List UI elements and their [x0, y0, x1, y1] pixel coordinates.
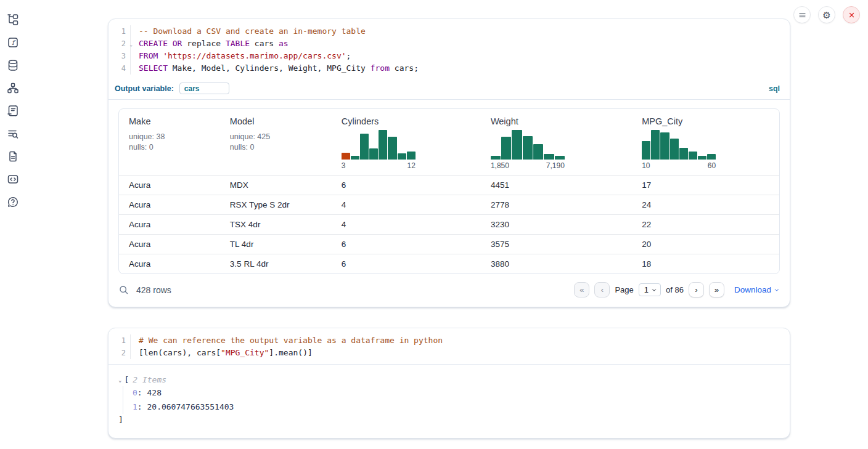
histogram-bar [651, 130, 660, 160]
first-page-button[interactable]: « [574, 282, 589, 297]
column-header-model[interactable]: Modelunique: 425nulls: 0 [220, 109, 332, 175]
column-label[interactable]: MPG_City [642, 116, 769, 126]
sql-code-line[interactable]: 1-- Download a CSV and create an in-memo… [108, 25, 790, 38]
table-cell: 2778 [481, 195, 632, 214]
fold-icon[interactable]: ⌄ [129, 39, 133, 51]
histogram-bar [698, 156, 706, 160]
tree-item: 1: 20.060747663551403 [133, 400, 780, 415]
table-cell: TSX 4dr [220, 215, 332, 234]
list-search-icon[interactable] [6, 127, 20, 140]
table-cell: 4 [332, 195, 481, 214]
column-header-weight[interactable]: Weight1,8507,190 [481, 109, 632, 175]
tree-open-bracket: [ [124, 374, 129, 386]
code-text[interactable]: -- Download a CSV and create an in-memor… [131, 25, 366, 38]
table-row[interactable]: AcuraMDX6445117 [119, 175, 779, 195]
histogram-bar [533, 144, 543, 160]
next-page-button[interactable]: › [689, 282, 704, 297]
output-variable-input[interactable] [179, 83, 229, 94]
column-header-make[interactable]: Makeunique: 38nulls: 0 [119, 109, 220, 175]
output-variable-row: Output variable: sql [108, 79, 790, 100]
histogram-bar [512, 130, 522, 160]
help-icon[interactable] [6, 195, 20, 209]
histogram-bar [398, 153, 406, 160]
sql-code-line[interactable]: 2⌄CREATE OR replace TABLE cars as [108, 38, 790, 50]
svg-text:f: f [12, 39, 16, 46]
histogram-bar [689, 152, 697, 160]
sql-code-line[interactable]: 3FROM 'https://datasets.marimo.app/cars.… [108, 50, 790, 62]
data-table: Makeunique: 38nulls: 0Modelunique: 425nu… [118, 108, 780, 274]
histogram-bar [491, 156, 501, 160]
page-select[interactable]: 1 [639, 283, 661, 296]
tree-item: 0: 428 [133, 386, 780, 400]
table-row[interactable]: AcuraTL 4dr6357520 [119, 234, 779, 254]
histogram-bar [407, 152, 416, 160]
histogram-bar [660, 132, 669, 160]
scroll-icon[interactable] [6, 104, 20, 118]
column-label[interactable]: Cylinders [342, 116, 471, 126]
file-tree-icon[interactable] [6, 13, 20, 26]
histogram-bar [544, 154, 554, 160]
page-select-value: 1 [644, 285, 649, 294]
settings-button[interactable]: ⚙ [818, 6, 835, 23]
column-stats: unique: 425nulls: 0 [230, 132, 322, 152]
column-label[interactable]: Weight [491, 116, 622, 126]
table-header-row: Makeunique: 38nulls: 0Modelunique: 425nu… [119, 109, 779, 175]
code-text[interactable]: # We can reference the output variable a… [131, 334, 443, 347]
histogram-bar [369, 148, 378, 160]
prev-page-button[interactable]: ‹ [594, 282, 610, 297]
menu-button[interactable] [793, 6, 811, 23]
database-icon[interactable] [6, 59, 20, 72]
dependency-graph-icon[interactable] [6, 81, 20, 95]
sql-cell: 1-- Download a CSV and create an in-memo… [108, 18, 790, 307]
download-label: Download [734, 285, 771, 294]
histogram-bar [707, 154, 716, 160]
function-icon[interactable]: f [6, 36, 20, 49]
python-code-editor[interactable]: 1# We can reference the output variable … [108, 328, 790, 365]
sql-code-line[interactable]: 4SELECT Make, Model, Cylinders, Weight, … [108, 62, 790, 75]
language-badge[interactable]: sql [769, 84, 780, 93]
tree-item-key: 1 [133, 402, 137, 411]
column-histogram: 1060 [642, 130, 716, 170]
python-code-line[interactable]: 2[len(cars), cars["MPG_City"].mean()] [108, 347, 790, 359]
tree-item-count: 2 Items [133, 374, 166, 386]
chevron-down-icon [651, 287, 657, 293]
table-cell: 22 [632, 215, 779, 234]
table-cell: 3230 [481, 215, 632, 234]
table-row[interactable]: Acura3.5 RL 4dr6388018 [119, 254, 779, 273]
table-cell: Acura [119, 254, 220, 273]
sidebar-panel-switcher: f [6, 13, 20, 209]
code-text[interactable]: [len(cars), cars["MPG_City"].mean()] [131, 347, 313, 359]
tree-item-value: 20.060747663551403 [147, 402, 234, 411]
tree-children: 0: 4281: 20.060747663551403 [123, 386, 780, 414]
column-histogram: 1,8507,190 [491, 130, 565, 170]
snippets-icon[interactable] [6, 172, 20, 186]
last-page-button[interactable]: » [709, 282, 724, 297]
table-cell: Acura [119, 176, 220, 195]
row-count: 428 rows [136, 285, 171, 295]
line-number: 1 [108, 25, 131, 38]
table-row[interactable]: AcuraTSX 4dr4323022 [119, 214, 779, 234]
code-text[interactable]: FROM 'https://datasets.marimo.app/cars.c… [131, 50, 351, 62]
code-text[interactable]: SELECT Make, Model, Cylinders, Weight, M… [131, 62, 419, 75]
table-cell: 3575 [481, 235, 632, 254]
column-header-mpg_city[interactable]: MPG_City1060 [632, 109, 779, 175]
histogram-axis: 1,8507,190 [491, 161, 565, 170]
column-label[interactable]: Model [230, 116, 322, 126]
search-icon[interactable] [118, 285, 129, 295]
table-cell: 18 [632, 254, 779, 273]
tree-collapse-icon[interactable]: ⌄ [118, 374, 121, 386]
histogram-bar [555, 156, 565, 160]
download-button[interactable]: Download [734, 285, 780, 294]
column-header-cylinders[interactable]: Cylinders312 [332, 109, 481, 175]
table-cell: Acura [119, 195, 220, 214]
sql-code-editor[interactable]: 1-- Download a CSV and create an in-memo… [108, 19, 790, 79]
table-row[interactable]: AcuraRSX Type S 2dr4277824 [119, 195, 779, 214]
table-cell: 17 [632, 176, 779, 195]
close-button[interactable] [843, 6, 860, 23]
code-text[interactable]: CREATE OR replace TABLE cars as [131, 38, 289, 50]
column-label[interactable]: Make [129, 116, 210, 126]
document-icon[interactable] [6, 150, 20, 163]
python-code-line[interactable]: 1# We can reference the output variable … [108, 334, 790, 347]
table-cell: MDX [220, 176, 332, 195]
histogram-bar [342, 153, 350, 160]
